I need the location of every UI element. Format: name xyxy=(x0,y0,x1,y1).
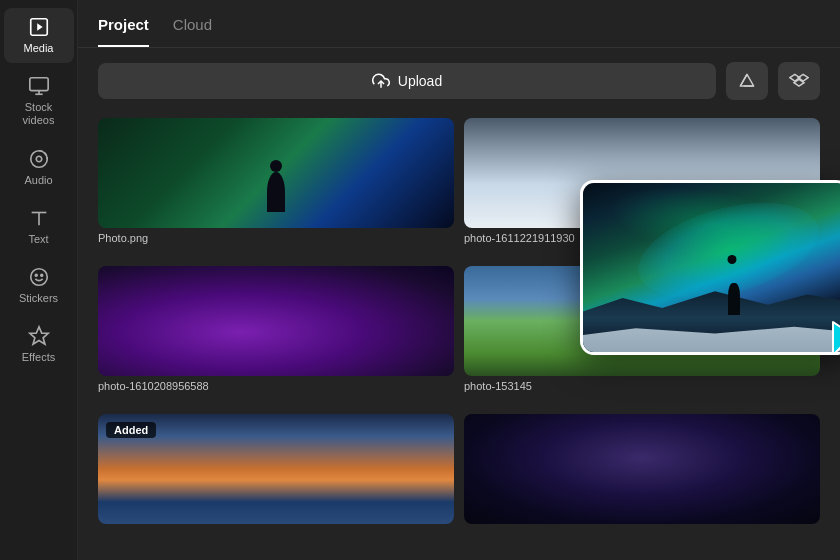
sidebar-item-stock-videos-label: Stock videos xyxy=(23,101,55,127)
media-item-1[interactable]: Photo.png xyxy=(98,118,454,256)
sidebar-item-audio-label: Audio xyxy=(24,174,52,187)
upload-button[interactable]: Upload xyxy=(98,63,716,99)
sidebar-item-stickers[interactable]: Stickers xyxy=(4,258,74,313)
media-icon xyxy=(28,16,50,38)
sidebar-item-effects[interactable]: Effects xyxy=(4,317,74,372)
svg-marker-16 xyxy=(833,322,840,355)
sidebar-item-text-label: Text xyxy=(28,233,48,246)
media-thumb-1 xyxy=(98,118,454,228)
tab-project[interactable]: Project xyxy=(98,16,149,47)
svg-point-10 xyxy=(35,274,37,276)
toolbar: Upload xyxy=(78,48,840,114)
sidebar: Media Stock videos Audio Text xyxy=(0,0,78,560)
sidebar-item-media-label: Media xyxy=(24,42,54,55)
tab-cloud[interactable]: Cloud xyxy=(173,16,212,47)
sidebar-item-stickers-label: Stickers xyxy=(19,292,58,305)
media-item-3[interactable]: photo-1610208956588 xyxy=(98,266,454,404)
dropbox-button[interactable] xyxy=(778,62,820,100)
sidebar-item-audio[interactable]: Audio xyxy=(4,140,74,195)
media-label-1: Photo.png xyxy=(98,232,454,244)
sidebar-item-effects-label: Effects xyxy=(22,351,55,364)
svg-point-6 xyxy=(36,156,42,162)
media-thumb-3 xyxy=(98,266,454,376)
added-badge: Added xyxy=(106,422,156,438)
svg-marker-12 xyxy=(29,327,47,344)
floating-preview xyxy=(580,180,840,355)
text-icon xyxy=(28,207,50,229)
dropbox-icon xyxy=(789,71,809,91)
svg-marker-1 xyxy=(37,23,43,30)
stickers-icon xyxy=(28,266,50,288)
upload-icon xyxy=(372,72,390,90)
tabs-bar: Project Cloud xyxy=(78,0,840,48)
sidebar-item-text[interactable]: Text xyxy=(4,199,74,254)
stock-videos-icon xyxy=(28,75,50,97)
upload-button-label: Upload xyxy=(398,73,442,89)
sidebar-item-media[interactable]: Media xyxy=(4,8,74,63)
audio-icon xyxy=(28,148,50,170)
media-thumb-5: Added xyxy=(98,414,454,524)
google-drive-icon xyxy=(737,71,757,91)
person-silhouette-1 xyxy=(267,172,285,212)
cursor-icon xyxy=(825,317,840,355)
svg-line-15 xyxy=(740,74,747,86)
google-drive-button[interactable] xyxy=(726,62,768,100)
media-thumb-6 xyxy=(464,414,820,524)
media-item-6[interactable] xyxy=(464,414,820,540)
svg-point-11 xyxy=(40,274,42,276)
main-panel: Project Cloud Upload xyxy=(78,0,840,560)
svg-rect-2 xyxy=(29,78,47,91)
svg-point-9 xyxy=(30,269,47,286)
effects-icon xyxy=(28,325,50,347)
media-label-4: photo-153145 xyxy=(464,380,820,392)
sidebar-item-stock-videos[interactable]: Stock videos xyxy=(4,67,74,135)
media-label-3: photo-1610208956588 xyxy=(98,380,454,392)
media-item-5[interactable]: Added xyxy=(98,414,454,540)
